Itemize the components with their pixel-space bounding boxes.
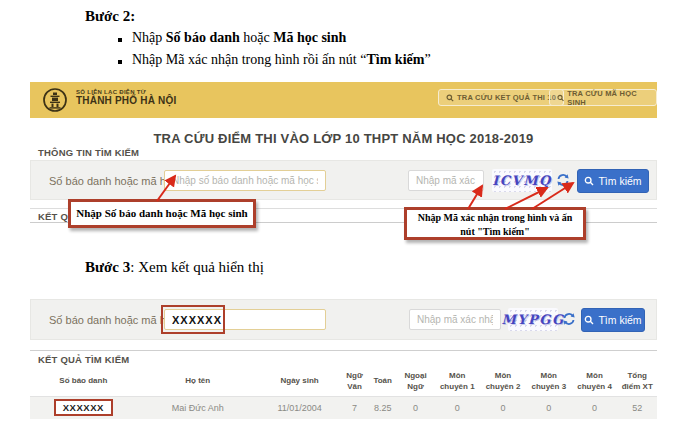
brand-line-2: THÀNH PHỐ HÀ NỘI bbox=[76, 95, 176, 106]
callout-left: Nhập Số báo danh hoặc Mã học sinh bbox=[68, 199, 256, 228]
col-mon-chuyen-3: Môn chuyên 3 bbox=[526, 368, 572, 396]
table-row: XXXXXX Mai Đức Anh 11/01/2004 7 8.25 0 0… bbox=[30, 396, 657, 419]
search-icon bbox=[584, 176, 594, 186]
results-table: Số báo danh Họ tên Ngày sinh Ngữ Văn Toá… bbox=[30, 368, 657, 419]
search-form-1: Số báo danh hoặc mã học sinh:* ICVMQ Tìm… bbox=[30, 160, 657, 200]
cell-ho-ten: Mai Đức Anh bbox=[137, 396, 259, 419]
captcha-input[interactable] bbox=[408, 170, 484, 191]
redacted-sbd-value: XXXXXX bbox=[54, 399, 113, 416]
search-section-label: THÔNG TIN TÌM KIẾM bbox=[38, 147, 139, 158]
step3-heading: Bước 3: Xem kết quả hiển thị bbox=[85, 259, 264, 276]
step3-bold: Bước 3 bbox=[85, 259, 130, 275]
col-ngay-sinh: Ngày sinh bbox=[259, 368, 341, 396]
step2-bullet-2: Nhập Mã xác nhận trong hình rồi ấn nút “… bbox=[132, 52, 431, 68]
col-ho-ten: Họ tên bbox=[137, 368, 259, 396]
col-mon-chuyen-4: Môn chuyên 4 bbox=[572, 368, 618, 396]
search-button[interactable]: Tìm kiếm bbox=[577, 169, 649, 193]
col-ngu-van: Ngữ Văn bbox=[340, 368, 368, 396]
search-form-2: Số báo danh hoặc mã học sinh:* MYPGG Tìm… bbox=[30, 299, 657, 340]
divider bbox=[30, 350, 657, 351]
nav1-label: TRA CỨU KẾT QUẢ THI 10 bbox=[457, 93, 556, 102]
cell-toan: 8.25 bbox=[369, 396, 397, 419]
search-button-label: Tìm kiếm bbox=[598, 314, 641, 326]
cell-ngay-sinh: 11/01/2004 bbox=[259, 396, 341, 419]
step2-heading: Bước 2: bbox=[85, 8, 135, 25]
callout-right: Nhập Mã xác nhận trong hình và ấn nút "T… bbox=[404, 207, 586, 240]
step2-bullet-1: Nhập Số báo danh hoặc Mã học sinh bbox=[132, 30, 346, 46]
col-so-bao-danh: Số báo danh bbox=[30, 368, 137, 396]
col-ngoai-ngu: Ngoại Ngữ bbox=[397, 368, 435, 396]
col-mon-chuyen-1: Môn chuyên 1 bbox=[434, 368, 480, 396]
search-icon bbox=[557, 94, 564, 102]
hanoi-logo-icon bbox=[42, 87, 68, 113]
cell-mon-chuyen-2: 0 bbox=[480, 396, 526, 419]
captcha-refresh-icon[interactable] bbox=[562, 312, 576, 326]
nav-tra-cuu-ket-qua-thi-10-button[interactable]: TRA CỨU KẾT QUẢ THI 10 bbox=[438, 89, 564, 106]
cell-mon-chuyen-4: 0 bbox=[572, 396, 618, 419]
cell-mon-chuyen-3: 0 bbox=[526, 396, 572, 419]
bullet1-bold-mhs: Mã học sinh bbox=[273, 30, 346, 45]
cell-ngoai-ngu: 0 bbox=[397, 396, 435, 419]
search-button-2[interactable]: Tìm kiếm bbox=[581, 308, 645, 332]
cell-mon-chuyen-1: 0 bbox=[434, 396, 480, 419]
bullet2-text: Nhập Mã xác nhận trong hình rồi ấn nút “ bbox=[132, 52, 366, 67]
captcha-image: ICVMQ bbox=[492, 169, 552, 192]
bullet2-post: ” bbox=[424, 52, 430, 67]
sbd-input-filled[interactable] bbox=[164, 309, 326, 330]
captcha-input-2[interactable] bbox=[409, 309, 501, 330]
bullet1-bold-sbd: Số báo danh bbox=[166, 30, 240, 45]
col-mon-chuyen-2: Môn chuyên 2 bbox=[480, 368, 526, 396]
cell-tong-diem-xt: 52 bbox=[617, 396, 657, 419]
sbd-input[interactable] bbox=[164, 170, 326, 191]
captcha-refresh-icon[interactable] bbox=[556, 173, 570, 187]
captcha-image-2: MYPGG bbox=[508, 308, 558, 331]
search-button-label: Tìm kiếm bbox=[598, 175, 641, 187]
step3-rest: : Xem kết quả hiển thị bbox=[130, 259, 264, 275]
bullet2-bold-timkiem: Tìm kiếm bbox=[366, 52, 424, 67]
page: Bước 2: Nhập Số báo danh hoặc Mã học sin… bbox=[0, 0, 690, 438]
cell-ngu-van: 7 bbox=[340, 396, 368, 419]
cell-so-bao-danh: XXXXXX bbox=[30, 396, 137, 419]
table-header-row: Số báo danh Họ tên Ngày sinh Ngữ Văn Toá… bbox=[30, 368, 657, 396]
nav2-label: TRA CỨU MÃ HỌC SINH bbox=[567, 89, 649, 107]
bullet-square-icon bbox=[118, 38, 122, 42]
bullet1-mid: hoặc bbox=[240, 30, 273, 45]
search-icon bbox=[584, 315, 594, 325]
col-tong-diem-xt: Tổng điểm XT bbox=[617, 368, 657, 396]
site-brand: SỔ LIÊN LẠC ĐIỆN TỬ THÀNH PHỐ HÀ NỘI bbox=[76, 89, 176, 106]
result-section-label-2: KẾT QUẢ TÌM KIẾM bbox=[38, 354, 129, 365]
nav-tra-cuu-ma-hoc-sinh-button[interactable]: TRA CỨU MÃ HỌC SINH bbox=[549, 89, 657, 106]
callout-right-line2: nút "Tìm kiếm" bbox=[407, 225, 583, 239]
callout-right-line1: Nhập Mã xác nhận trong hình và ấn bbox=[407, 211, 583, 225]
bullet-square-icon bbox=[118, 60, 122, 64]
bullet1-text: Nhập bbox=[132, 30, 166, 45]
site-header: SỔ LIÊN LẠC ĐIỆN TỬ THÀNH PHỐ HÀ NỘI TRA… bbox=[30, 82, 657, 118]
page-title: TRA CỨU ĐIỂM THI VÀO LỚP 10 THPT NĂM HỌC… bbox=[30, 131, 657, 146]
col-toan: Toán bbox=[369, 368, 397, 396]
search-icon bbox=[446, 94, 454, 102]
